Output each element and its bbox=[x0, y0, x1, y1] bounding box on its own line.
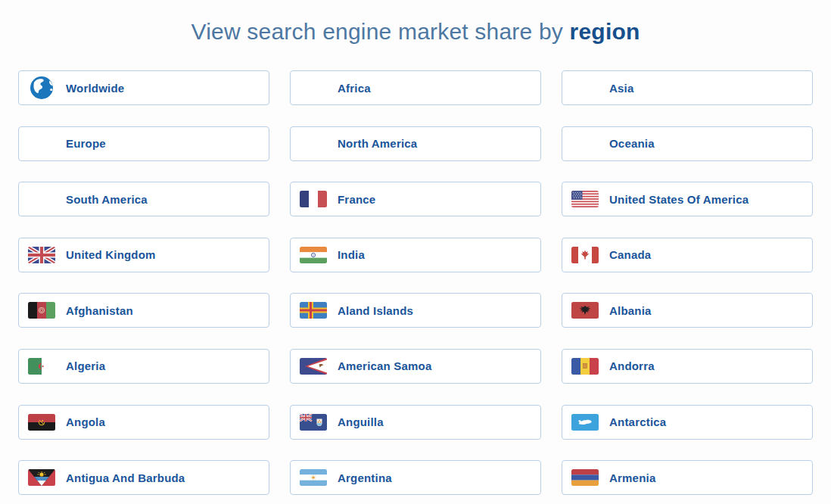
icon-placeholder bbox=[28, 132, 55, 156]
region-button-label: Europe bbox=[66, 137, 106, 150]
region-button-label: Albania bbox=[609, 304, 652, 317]
region-button-label: Canada bbox=[609, 248, 651, 261]
region-button-label: Worldwide bbox=[66, 82, 124, 95]
region-button-north-america[interactable]: North America bbox=[290, 126, 541, 161]
region-button-albania[interactable]: Albania bbox=[562, 293, 813, 328]
flag-france-icon bbox=[300, 187, 327, 211]
region-button-label: North America bbox=[338, 137, 417, 150]
region-button-label: India bbox=[338, 248, 365, 261]
region-button-label: United States Of America bbox=[609, 193, 749, 206]
flag-argentina-icon bbox=[300, 465, 327, 490]
icon-placeholder bbox=[571, 76, 599, 100]
region-button-angola[interactable]: Angola bbox=[18, 405, 269, 440]
region-button-american-samoa[interactable]: American Samoa bbox=[290, 349, 541, 384]
region-button-label: Asia bbox=[609, 82, 634, 95]
flag-uk-icon bbox=[28, 243, 55, 267]
region-button-algeria[interactable]: Algeria bbox=[18, 349, 269, 384]
icon-placeholder bbox=[300, 76, 327, 100]
flag-american-samoa-icon bbox=[300, 354, 327, 378]
flag-angola-icon bbox=[28, 410, 55, 434]
globe-icon bbox=[28, 76, 55, 100]
region-button-antigua-and-barbuda[interactable]: Antigua And Barbuda bbox=[18, 460, 269, 495]
region-button-antarctica[interactable]: Antarctica bbox=[562, 405, 813, 440]
flag-antigua-and-barbuda-icon bbox=[28, 465, 55, 490]
region-button-afghanistan[interactable]: Afghanistan bbox=[18, 293, 269, 328]
region-button-label: Angola bbox=[66, 415, 105, 428]
region-button-label: Antigua And Barbuda bbox=[66, 471, 185, 484]
icon-placeholder bbox=[300, 132, 327, 156]
region-button-label: American Samoa bbox=[338, 359, 432, 372]
region-button-india[interactable]: India bbox=[290, 238, 541, 272]
region-button-armenia[interactable]: Armenia bbox=[562, 460, 813, 495]
page-title-highlight: region bbox=[570, 19, 640, 44]
region-button-label: Aland Islands bbox=[338, 304, 413, 317]
region-button-worldwide[interactable]: Worldwide bbox=[18, 70, 269, 105]
page-title-prefix: View search engine market share by bbox=[191, 19, 564, 44]
region-button-andorra[interactable]: Andorra bbox=[562, 349, 813, 384]
region-button-africa[interactable]: Africa bbox=[290, 70, 541, 105]
flag-anguilla-icon bbox=[300, 410, 327, 434]
region-button-south-america[interactable]: South America bbox=[18, 182, 269, 216]
region-button-united-states-of-america[interactable]: United States Of America bbox=[562, 182, 813, 216]
region-button-label: Antarctica bbox=[609, 415, 666, 428]
region-button-label: Afghanistan bbox=[66, 304, 133, 317]
flag-andorra-icon bbox=[571, 354, 599, 378]
flag-india-icon bbox=[300, 243, 327, 267]
page-title: View search engine market share by regio… bbox=[0, 17, 831, 46]
region-button-argentina[interactable]: Argentina bbox=[290, 460, 541, 495]
region-button-europe[interactable]: Europe bbox=[18, 126, 269, 161]
flag-albania-icon bbox=[571, 298, 599, 322]
region-button-label: South America bbox=[66, 193, 148, 206]
flag-afghanistan-icon bbox=[28, 298, 55, 322]
icon-placeholder bbox=[28, 187, 55, 211]
flag-algeria-icon bbox=[28, 354, 55, 378]
region-button-label: France bbox=[338, 193, 375, 206]
flag-aland-islands-icon bbox=[300, 298, 327, 322]
region-button-label: Armenia bbox=[609, 471, 655, 484]
region-button-asia[interactable]: Asia bbox=[562, 70, 813, 105]
icon-placeholder bbox=[571, 132, 599, 156]
flag-canada-icon bbox=[571, 243, 599, 267]
region-button-france[interactable]: France bbox=[290, 182, 541, 216]
region-button-label: Anguilla bbox=[338, 415, 384, 428]
flag-antarctica-icon bbox=[571, 410, 599, 434]
flag-armenia-icon bbox=[571, 465, 599, 490]
region-button-anguilla[interactable]: Anguilla bbox=[290, 405, 541, 440]
region-button-label: Algeria bbox=[66, 359, 105, 372]
region-button-aland-islands[interactable]: Aland Islands bbox=[290, 293, 541, 328]
region-button-label: Oceania bbox=[609, 137, 655, 150]
region-button-label: Andorra bbox=[609, 359, 655, 372]
region-button-canada[interactable]: Canada bbox=[562, 238, 813, 272]
region-button-united-kingdom[interactable]: United Kingdom bbox=[18, 238, 269, 272]
flag-usa-icon bbox=[571, 187, 599, 211]
region-button-label: Argentina bbox=[338, 471, 392, 484]
region-button-oceania[interactable]: Oceania bbox=[562, 126, 813, 161]
region-button-label: Africa bbox=[338, 82, 371, 95]
region-grid: WorldwideAfricaAsiaEuropeNorth AmericaOc… bbox=[0, 70, 831, 495]
region-button-label: United Kingdom bbox=[66, 248, 156, 261]
